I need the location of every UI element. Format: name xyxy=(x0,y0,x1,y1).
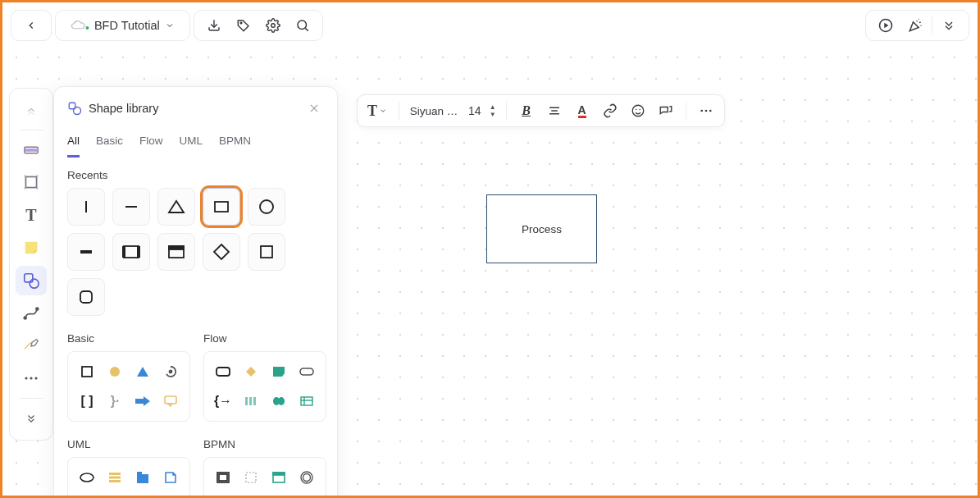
font-family-dropdown[interactable]: Siyuan … xyxy=(408,98,460,123)
rail-expand-up[interactable] xyxy=(16,95,47,125)
uml-shape-note[interactable] xyxy=(158,464,183,491)
tab-basic[interactable]: Basic xyxy=(96,130,123,158)
tab-bpmn[interactable]: BPMN xyxy=(219,130,251,158)
section-bpmn-title: BPMN xyxy=(203,438,326,450)
tag-button[interactable] xyxy=(230,12,257,39)
flow-shape-data-bars[interactable] xyxy=(239,388,263,414)
uml-shape-class-list[interactable] xyxy=(103,464,127,491)
rail-connector-tool[interactable] xyxy=(16,299,47,328)
more-button[interactable] xyxy=(695,98,718,123)
uml-shape-state[interactable] xyxy=(103,494,127,498)
text-style-dropdown[interactable]: T xyxy=(364,98,390,123)
bpmn-shape-document[interactable] xyxy=(239,494,263,498)
flow-shape-pills[interactable] xyxy=(267,388,291,414)
back-button[interactable] xyxy=(18,12,44,39)
recent-shape-hline[interactable] xyxy=(112,188,150,226)
flow-shape-decision[interactable] xyxy=(239,359,263,385)
rail-collapse-button[interactable] xyxy=(16,404,47,433)
bpmn-shape-end-event[interactable] xyxy=(294,464,319,491)
rail-pen-tool[interactable] xyxy=(16,331,47,361)
align-button[interactable] xyxy=(543,98,566,123)
bpmn-shape-group[interactable] xyxy=(294,494,319,498)
recent-shape-header[interactable] xyxy=(157,233,195,271)
recent-shape-triangle[interactable] xyxy=(157,188,195,226)
link-button[interactable] xyxy=(599,98,622,123)
rail-shape-tool[interactable] xyxy=(16,266,47,295)
uml-shape-package[interactable] xyxy=(130,464,155,491)
document-title-dropdown[interactable]: • BFD Tutotial xyxy=(62,17,183,34)
bpmn-shape-transaction[interactable] xyxy=(267,464,291,491)
text-color-button[interactable]: A xyxy=(571,98,594,123)
recent-shape-circle[interactable] xyxy=(248,188,285,226)
svg-point-26 xyxy=(25,377,27,380)
uml-shape-usecase[interactable] xyxy=(75,464,99,491)
basic-shape-rect[interactable] xyxy=(75,359,99,385)
top-bar: • BFD Tutotial xyxy=(2,2,978,43)
svg-rect-17 xyxy=(26,177,37,188)
rail-text-tool[interactable]: T xyxy=(16,200,47,230)
basic-shape-brackets[interactable]: [ ] xyxy=(75,388,99,414)
uml-shape-actor[interactable] xyxy=(158,494,183,498)
search-button[interactable] xyxy=(289,12,316,39)
basic-shape-arrow[interactable] xyxy=(130,388,155,414)
bold-button[interactable]: B xyxy=(515,98,538,123)
canvas-shape-process[interactable]: Process xyxy=(486,194,597,263)
basic-shape-brace[interactable]: }· xyxy=(103,388,127,414)
download-button[interactable] xyxy=(201,12,227,39)
basic-shape-arc[interactable] xyxy=(158,359,183,385)
section-basic-title: Basic xyxy=(67,332,190,345)
uml-shape-component[interactable] xyxy=(75,494,99,498)
rail-more-tools[interactable] xyxy=(16,363,47,393)
comment-icon xyxy=(658,103,674,118)
present-button[interactable] xyxy=(873,12,899,39)
section-uml-title: UML xyxy=(67,438,190,450)
panel-close-button[interactable] xyxy=(304,98,324,118)
recent-shape-square[interactable] xyxy=(248,233,285,271)
svg-point-10 xyxy=(636,109,637,111)
svg-marker-56 xyxy=(246,367,256,377)
rail-select-tool[interactable] xyxy=(16,135,47,165)
settings-button[interactable] xyxy=(260,12,286,39)
flow-shape-flag[interactable] xyxy=(267,359,291,385)
basic-shape-triangle-filled[interactable] xyxy=(130,359,155,385)
svg-rect-60 xyxy=(253,397,256,405)
uml-shape-provided[interactable] xyxy=(130,494,155,498)
tab-flow[interactable]: Flow xyxy=(139,130,163,158)
emoji-button[interactable] xyxy=(627,98,650,123)
font-size-value[interactable]: 14 xyxy=(465,98,485,123)
collapse-topbar-button[interactable] xyxy=(936,12,962,39)
bpmn-shape-task-double[interactable] xyxy=(211,464,235,491)
basic-shape-circle-filled[interactable] xyxy=(103,359,127,385)
rail-frame-tool[interactable] xyxy=(16,168,47,198)
recent-shape-roundrect[interactable] xyxy=(67,278,105,316)
flow-shape-process[interactable] xyxy=(211,359,235,385)
svg-rect-69 xyxy=(109,480,121,482)
recents-grid xyxy=(67,188,324,316)
recent-shape-diamond[interactable] xyxy=(203,233,240,271)
font-size-down[interactable]: ▼ xyxy=(488,111,498,118)
basic-shape-callout[interactable] xyxy=(158,388,183,414)
bpmn-shape-datastore[interactable] xyxy=(267,494,291,498)
recent-shape-thickline[interactable] xyxy=(67,233,105,271)
svg-rect-68 xyxy=(109,477,121,479)
comment-button[interactable] xyxy=(654,98,677,123)
tab-all[interactable]: All xyxy=(67,130,80,158)
recent-shape-panel[interactable] xyxy=(112,233,150,271)
svg-rect-58 xyxy=(245,397,248,405)
bpmn-shape-event-dashed[interactable] xyxy=(239,464,263,491)
recent-shape-vline[interactable] xyxy=(67,188,105,226)
svg-point-2 xyxy=(298,21,307,30)
rail-sticky-tool[interactable] xyxy=(16,233,47,263)
tab-uml[interactable]: UML xyxy=(180,130,203,158)
bpmn-shape-pool[interactable] xyxy=(211,494,235,498)
flow-shape-table[interactable] xyxy=(294,388,319,414)
section-recents-title: Recents xyxy=(67,169,324,181)
recent-shape-rect[interactable] xyxy=(203,188,240,226)
svg-rect-57 xyxy=(300,368,313,375)
flow-shape-terminator[interactable] xyxy=(294,359,319,385)
svg-point-23 xyxy=(30,279,39,288)
celebrate-button[interactable] xyxy=(902,12,928,39)
flow-shape-bracket-arrow[interactable]: {→ xyxy=(211,388,235,414)
chevron-down-icon xyxy=(165,21,175,30)
font-size-up[interactable]: ▲ xyxy=(488,103,498,111)
